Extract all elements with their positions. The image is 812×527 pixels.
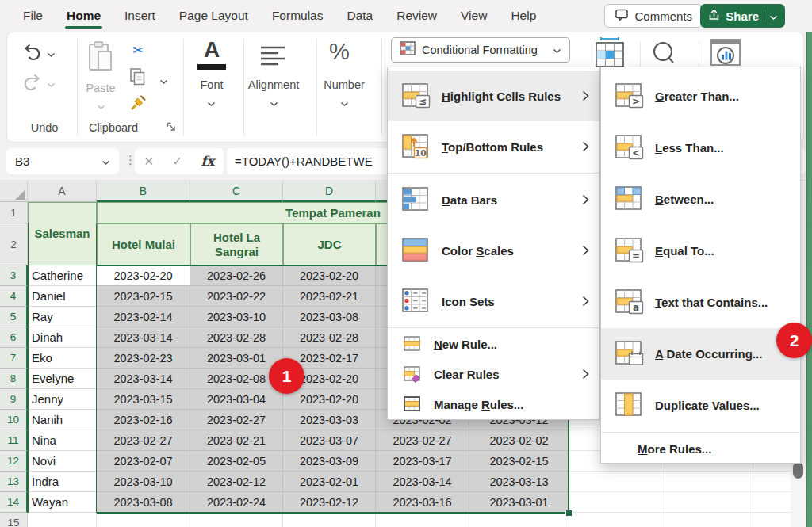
tab-help[interactable]: Help (499, 0, 548, 32)
tab-page-layout[interactable]: Page Layout (167, 0, 260, 32)
tab-file[interactable]: File (11, 0, 55, 32)
cell-A5[interactable]: Ray (28, 307, 97, 327)
cell-H15[interactable] (661, 513, 753, 527)
menu-item-between[interactable]: Between... (601, 174, 800, 225)
row-header-14[interactable]: 14 (0, 492, 28, 513)
chevron-down-icon[interactable] (207, 96, 216, 110)
undo-icon[interactable] (21, 42, 43, 65)
paste-icon[interactable] (86, 40, 115, 77)
cell-B8[interactable]: 2023-03-14 (97, 369, 190, 389)
cell-C7[interactable]: 2023-03-01 (190, 348, 283, 369)
cell-D15[interactable] (283, 513, 376, 527)
cell-B3[interactable]: 2023-02-20 (97, 265, 190, 286)
cell-A10[interactable]: Nanih (28, 410, 97, 430)
cell-D12[interactable]: 2023-03-09 (283, 451, 376, 472)
cell-B13[interactable]: 2023-03-10 (97, 472, 190, 492)
row-header-8[interactable]: 8 (0, 369, 28, 389)
cell-C5[interactable]: 2023-03-10 (190, 307, 283, 327)
cell-B9[interactable]: 2023-03-15 (97, 389, 190, 410)
row-header-6[interactable]: 6 (0, 327, 28, 348)
cell-C3[interactable]: 2023-02-26 (190, 265, 283, 286)
paste-label[interactable]: Paste (80, 82, 121, 94)
column-header-B[interactable]: B (97, 181, 190, 202)
dialog-launcher-icon[interactable] (166, 121, 177, 136)
cut-icon[interactable]: ✂ (132, 42, 144, 59)
cell-F11[interactable]: 2023-02-02 (469, 430, 569, 451)
menu-item-text-that-contains[interactable]: aText that Contains... (601, 277, 800, 328)
cell-B7[interactable]: 2023-02-23 (97, 348, 190, 369)
chevron-down-icon[interactable] (47, 77, 56, 91)
fill-handle[interactable] (565, 510, 573, 517)
number-group-label[interactable]: Number (321, 78, 367, 91)
menu-item-highlight-cells-rules[interactable]: ≤Highlight Cells Rules (388, 71, 599, 121)
menu-item-a-date-occurring[interactable]: A Date Occurring... (601, 328, 800, 380)
cell-D14[interactable]: 2023-02-12 (283, 492, 376, 513)
row-header-12[interactable]: 12 (0, 451, 28, 472)
cell-A9[interactable]: Jenny (28, 389, 97, 410)
cell-B15[interactable] (97, 513, 190, 527)
row-header-10[interactable]: 10 (0, 410, 28, 430)
cell-A15[interactable] (28, 513, 97, 527)
column-header-A[interactable]: A (28, 181, 97, 202)
cell-B12[interactable]: 2023-02-07 (97, 451, 190, 472)
row-header-9[interactable]: 9 (0, 389, 28, 410)
cell-D4[interactable]: 2023-02-21 (283, 286, 376, 307)
conditional-formatting-button[interactable]: Conditional Formatting (391, 37, 570, 63)
tab-view[interactable]: View (449, 0, 499, 32)
tab-insert[interactable]: Insert (113, 0, 167, 32)
menu-item-color-scales[interactable]: Color Scales (388, 225, 599, 276)
cell-F15[interactable] (469, 513, 569, 527)
format-painter-icon[interactable] (129, 93, 148, 115)
cell-B6[interactable]: 2023-03-14 (97, 327, 190, 348)
row-header-2[interactable]: 2 (0, 223, 28, 265)
location-header-D2[interactable]: JDC (283, 223, 376, 265)
row-header-7[interactable]: 7 (0, 348, 28, 369)
share-button[interactable]: Share (700, 4, 785, 28)
cell-B11[interactable]: 2023-02-27 (97, 430, 190, 451)
cell-C4[interactable]: 2023-02-22 (190, 286, 283, 307)
cell-B10[interactable]: 2023-02-16 (97, 410, 190, 430)
row-header-5[interactable]: 5 (0, 307, 28, 327)
menu-item-greater-than[interactable]: >Greater Than... (601, 71, 800, 122)
cell-A11[interactable]: Nina (28, 430, 97, 451)
cell-D9[interactable]: 2023-02-20 (283, 389, 376, 410)
chevron-down-icon[interactable] (47, 47, 56, 61)
cell-D10[interactable]: 2023-03-03 (283, 410, 376, 430)
menu-item-data-bars[interactable]: Data Bars (388, 174, 599, 225)
cell-A14[interactable]: Wayan (28, 492, 97, 513)
cell-C14[interactable]: 2023-02-24 (190, 492, 283, 513)
row-header-15[interactable]: 15 (0, 513, 28, 527)
location-header-B2[interactable]: Hotel Mulai (97, 223, 190, 265)
tab-home[interactable]: Home (55, 0, 113, 32)
column-header-C[interactable]: C (190, 181, 283, 202)
cell-A3[interactable]: Catherine (28, 265, 97, 286)
cell-A4[interactable]: Daniel (28, 286, 97, 307)
cell-A6[interactable]: Dinah (28, 327, 97, 348)
cell-H13[interactable] (661, 472, 753, 492)
menu-item-clear-rules[interactable]: Clear Rules (388, 359, 599, 389)
cell-C13[interactable]: 2023-02-12 (190, 472, 283, 492)
cell-F13[interactable]: 2023-03-13 (469, 472, 569, 492)
cell-D11[interactable]: 2023-03-07 (283, 430, 376, 451)
cell-G13[interactable] (569, 472, 661, 492)
cell-E15[interactable] (376, 513, 469, 527)
menu-item-equal-to[interactable]: =Equal To... (601, 225, 800, 277)
name-box[interactable]: B3 (6, 148, 119, 174)
row-header-11[interactable]: 11 (0, 430, 28, 451)
copy-icon[interactable] (129, 67, 147, 90)
formula-bar-handle[interactable]: ⋮ (124, 153, 136, 167)
cell-B5[interactable]: 2023-02-14 (97, 307, 190, 327)
chevron-down-icon[interactable] (97, 99, 105, 113)
chevron-down-icon[interactable] (340, 96, 349, 110)
row-header-1[interactable]: 1 (0, 202, 28, 223)
cell-C10[interactable]: 2023-02-27 (190, 410, 283, 430)
cell-E14[interactable]: 2023-03-16 (376, 492, 469, 513)
redo-icon[interactable] (21, 72, 43, 95)
cell-G14[interactable] (569, 492, 661, 513)
cell-D13[interactable]: 2023-02-01 (283, 472, 376, 492)
menu-item-icon-sets[interactable]: Icon Sets (388, 276, 599, 327)
chevron-down-icon[interactable] (159, 74, 168, 88)
cell-C6[interactable]: 2023-02-28 (190, 327, 283, 348)
tab-data[interactable]: Data (335, 0, 385, 32)
menu-item-more-rules[interactable]: More Rules... (601, 433, 800, 464)
